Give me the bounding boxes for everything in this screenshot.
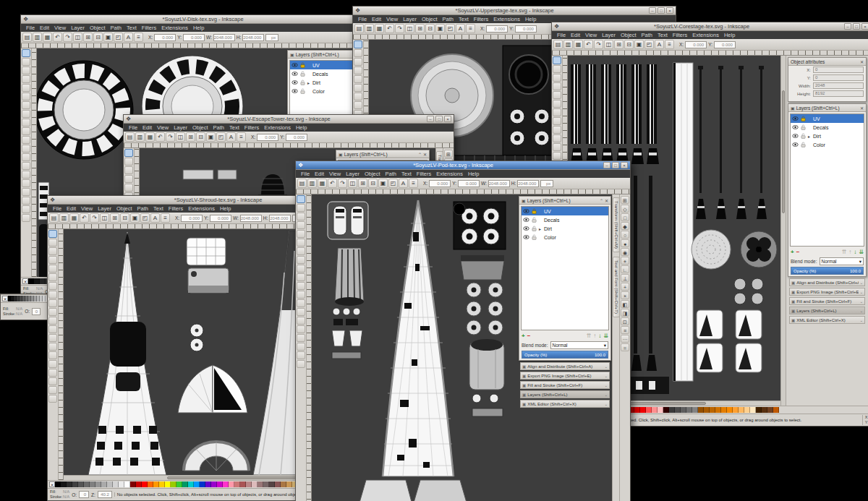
palette-swatch[interactable] xyxy=(67,481,72,487)
toolbar-icon[interactable]: A xyxy=(655,40,664,49)
palette-swatch[interactable] xyxy=(739,407,744,413)
tweak-tool[interactable] xyxy=(124,166,133,174)
lower-button[interactable]: ↓ xyxy=(598,333,601,339)
palette-swatch[interactable] xyxy=(263,481,269,487)
toolbar-icon[interactable]: ▦ xyxy=(375,24,384,33)
palette-swatch[interactable] xyxy=(634,407,640,413)
raise-button[interactable]: ↑ xyxy=(848,249,851,255)
toolbar-icon[interactable]: ▤ xyxy=(553,40,563,49)
close-icon[interactable]: ✕ xyxy=(605,198,608,203)
Decals[interactable]: Decals xyxy=(522,215,608,224)
snap-icon[interactable]: ∟ xyxy=(621,265,629,273)
pen-tool[interactable] xyxy=(22,136,30,144)
x-input[interactable]: 0.000 xyxy=(154,34,176,41)
snap-icon[interactable]: ◇ xyxy=(621,205,629,213)
visibility-icon[interactable] xyxy=(523,234,529,240)
toolbar-icon[interactable]: ▥ xyxy=(33,33,42,42)
docked-panel-tab[interactable]: ▣ Align and Distribute (Shift+Ctrl+A) ⌄ xyxy=(789,278,865,286)
toolbar-icon[interactable]: ▥ xyxy=(307,179,317,188)
palette-swatch[interactable] xyxy=(275,481,281,487)
lock-open-icon[interactable] xyxy=(299,80,306,85)
zoom-tool[interactable] xyxy=(48,256,57,264)
palette-swatch[interactable] xyxy=(669,407,675,413)
pencil-tool[interactable] xyxy=(297,273,305,281)
horizontal-ruler[interactable] xyxy=(124,143,454,148)
pen-tool[interactable] xyxy=(48,317,57,325)
menu-item[interactable]: File xyxy=(356,16,369,22)
titlebar[interactable]: ❖ *SoyuzLV-Disk-tex.svg - Inkscape –□× xyxy=(21,15,404,24)
visibility-icon[interactable] xyxy=(523,208,529,214)
palette-swatch[interactable] xyxy=(252,481,258,487)
toolbar-icon[interactable]: ⊞ xyxy=(110,213,119,223)
palette-swatch[interactable] xyxy=(46,296,46,301)
snap-icon[interactable]: ○ xyxy=(621,231,629,239)
dropper-tool[interactable] xyxy=(297,343,305,351)
palette-swatch[interactable] xyxy=(171,481,176,487)
visibility-icon[interactable] xyxy=(292,71,298,77)
lock-open-icon[interactable] xyxy=(531,226,537,231)
rect-tool[interactable] xyxy=(124,184,133,192)
toolbar-icon[interactable]: ⊟ xyxy=(196,132,205,142)
menu-item[interactable]: File xyxy=(299,171,312,177)
menu-item[interactable]: View xyxy=(155,124,171,131)
box3d-tool[interactable] xyxy=(48,273,57,281)
menu-item[interactable]: Filters xyxy=(472,16,490,22)
menu-item[interactable]: Layer xyxy=(95,205,114,212)
horizontal-ruler[interactable] xyxy=(21,43,404,48)
palette-swatch[interactable] xyxy=(176,481,182,487)
palette-swatch[interactable] xyxy=(234,481,240,487)
toolbar-icon[interactable]: ≡ xyxy=(665,40,674,49)
palette-swatch[interactable] xyxy=(217,481,223,487)
palette-swatch[interactable] xyxy=(698,407,704,413)
collapse-icon[interactable]: ⌃ xyxy=(600,198,603,203)
palette-swatch[interactable] xyxy=(692,407,698,413)
menu-item[interactable]: Path xyxy=(383,171,399,177)
text-tool[interactable] xyxy=(297,299,305,307)
spiral-tool[interactable] xyxy=(553,126,561,134)
toolbar-icon[interactable]: ▣ xyxy=(206,132,216,142)
zoom-tool[interactable] xyxy=(22,75,30,83)
expander-icon[interactable]: ▸ xyxy=(808,134,812,139)
snap-icon[interactable]: ⋯ xyxy=(621,335,629,343)
star-tool[interactable] xyxy=(297,256,305,264)
toolbar-icon[interactable]: ◰ xyxy=(140,213,150,223)
dropper-tool[interactable] xyxy=(48,377,57,385)
toolbar-icon[interactable]: ⊞ xyxy=(186,132,195,142)
toolbar-icon[interactable]: ≡ xyxy=(409,179,418,188)
docked-panel-tab[interactable]: ▣ Fill and Stroke (Shift+Ctrl+F) ⌄ xyxy=(520,381,610,389)
ellipse-tool[interactable] xyxy=(48,282,57,290)
window-buried[interactable]: ✕ Fill:N/A Stroke:N/A O: 0 xyxy=(0,294,48,320)
width-field[interactable]: 2048 xyxy=(813,82,864,89)
spiral-tool[interactable] xyxy=(297,265,305,273)
menu-item[interactable]: View xyxy=(79,205,95,212)
lock-icon[interactable] xyxy=(800,116,807,121)
connector-tool[interactable] xyxy=(48,386,57,394)
palette-swatch[interactable] xyxy=(646,407,652,413)
palette-swatch[interactable] xyxy=(229,481,234,487)
menu-item[interactable]: Extensions xyxy=(491,16,522,22)
snap-icon[interactable]: ⌗ xyxy=(621,343,629,351)
snap-icon[interactable]: ● xyxy=(621,239,629,247)
eraser-tool[interactable] xyxy=(297,317,305,325)
tweak-tool[interactable] xyxy=(553,74,561,82)
toolbar-icon[interactable]: ◰ xyxy=(114,33,123,42)
palette-swatch[interactable] xyxy=(663,407,669,413)
pencil-tool[interactable] xyxy=(22,127,30,135)
raise-top-button[interactable]: ⇈ xyxy=(842,249,847,255)
rect-tool[interactable] xyxy=(354,75,362,83)
snap-icon[interactable]: ◧ xyxy=(621,300,629,308)
toolbar-icon[interactable]: ◰ xyxy=(216,132,226,142)
w-input[interactable]: 2048.000 xyxy=(240,215,262,222)
toolbar-icon[interactable]: A xyxy=(456,24,465,33)
lower-bottom-button[interactable]: ⇊ xyxy=(603,333,608,339)
toolbar-icon[interactable]: ↶ xyxy=(328,179,337,188)
toolbar-icon[interactable]: ⊟ xyxy=(368,179,378,188)
vertical-ruler[interactable] xyxy=(307,194,312,501)
snap-icon[interactable]: ⊥ xyxy=(621,274,629,282)
menu-item[interactable]: Edit xyxy=(312,171,326,177)
box3d-tool[interactable] xyxy=(553,100,561,108)
lock-open-icon[interactable] xyxy=(299,71,306,77)
toolbar-icon[interactable]: ▦ xyxy=(318,179,327,188)
toolbar-icon[interactable]: ▦ xyxy=(574,40,583,49)
palette-swatch[interactable] xyxy=(34,278,40,284)
